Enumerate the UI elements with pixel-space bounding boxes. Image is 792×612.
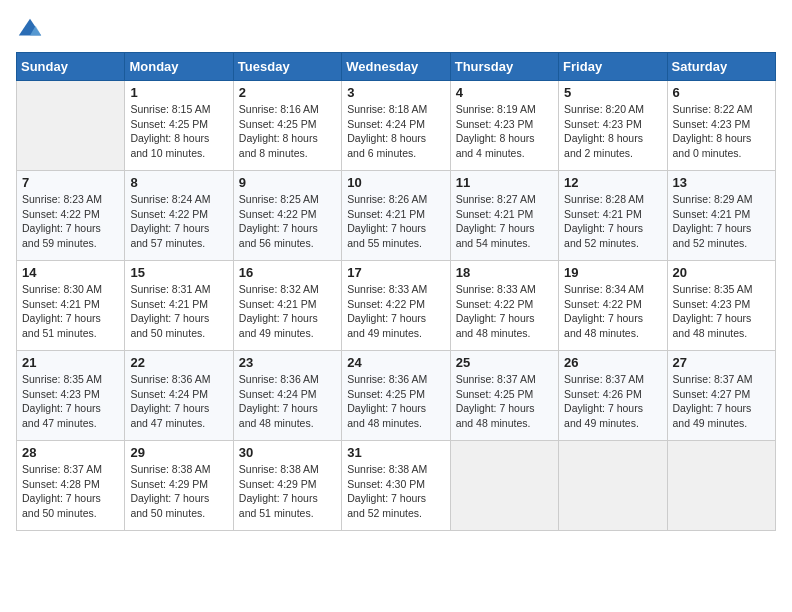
calendar-week-3: 14Sunrise: 8:30 AMSunset: 4:21 PMDayligh… xyxy=(17,261,776,351)
day-info: Sunrise: 8:32 AMSunset: 4:21 PMDaylight:… xyxy=(239,282,336,341)
calendar-cell: 12Sunrise: 8:28 AMSunset: 4:21 PMDayligh… xyxy=(559,171,667,261)
day-info: Sunrise: 8:36 AMSunset: 4:25 PMDaylight:… xyxy=(347,372,444,431)
day-info: Sunrise: 8:24 AMSunset: 4:22 PMDaylight:… xyxy=(130,192,227,251)
day-header-monday: Monday xyxy=(125,53,233,81)
day-info: Sunrise: 8:38 AMSunset: 4:29 PMDaylight:… xyxy=(239,462,336,521)
day-number: 18 xyxy=(456,265,553,280)
day-info: Sunrise: 8:35 AMSunset: 4:23 PMDaylight:… xyxy=(673,282,770,341)
calendar-cell: 5Sunrise: 8:20 AMSunset: 4:23 PMDaylight… xyxy=(559,81,667,171)
day-info: Sunrise: 8:36 AMSunset: 4:24 PMDaylight:… xyxy=(239,372,336,431)
day-number: 12 xyxy=(564,175,661,190)
day-header-wednesday: Wednesday xyxy=(342,53,450,81)
calendar-cell: 3Sunrise: 8:18 AMSunset: 4:24 PMDaylight… xyxy=(342,81,450,171)
day-number: 27 xyxy=(673,355,770,370)
calendar-cell: 18Sunrise: 8:33 AMSunset: 4:22 PMDayligh… xyxy=(450,261,558,351)
calendar-cell: 19Sunrise: 8:34 AMSunset: 4:22 PMDayligh… xyxy=(559,261,667,351)
day-number: 13 xyxy=(673,175,770,190)
day-number: 31 xyxy=(347,445,444,460)
day-number: 25 xyxy=(456,355,553,370)
day-info: Sunrise: 8:23 AMSunset: 4:22 PMDaylight:… xyxy=(22,192,119,251)
calendar-cell: 29Sunrise: 8:38 AMSunset: 4:29 PMDayligh… xyxy=(125,441,233,531)
calendar-cell xyxy=(450,441,558,531)
day-number: 7 xyxy=(22,175,119,190)
day-info: Sunrise: 8:38 AMSunset: 4:30 PMDaylight:… xyxy=(347,462,444,521)
day-number: 16 xyxy=(239,265,336,280)
day-header-sunday: Sunday xyxy=(17,53,125,81)
calendar-cell xyxy=(17,81,125,171)
day-number: 30 xyxy=(239,445,336,460)
calendar-cell: 21Sunrise: 8:35 AMSunset: 4:23 PMDayligh… xyxy=(17,351,125,441)
day-info: Sunrise: 8:37 AMSunset: 4:26 PMDaylight:… xyxy=(564,372,661,431)
calendar-week-1: 1Sunrise: 8:15 AMSunset: 4:25 PMDaylight… xyxy=(17,81,776,171)
calendar-cell: 23Sunrise: 8:36 AMSunset: 4:24 PMDayligh… xyxy=(233,351,341,441)
calendar-cell: 6Sunrise: 8:22 AMSunset: 4:23 PMDaylight… xyxy=(667,81,775,171)
day-info: Sunrise: 8:38 AMSunset: 4:29 PMDaylight:… xyxy=(130,462,227,521)
logo-icon xyxy=(16,16,44,44)
day-number: 28 xyxy=(22,445,119,460)
calendar-header: SundayMondayTuesdayWednesdayThursdayFrid… xyxy=(17,53,776,81)
calendar-cell: 7Sunrise: 8:23 AMSunset: 4:22 PMDaylight… xyxy=(17,171,125,261)
page-header xyxy=(16,16,776,44)
day-info: Sunrise: 8:36 AMSunset: 4:24 PMDaylight:… xyxy=(130,372,227,431)
day-info: Sunrise: 8:19 AMSunset: 4:23 PMDaylight:… xyxy=(456,102,553,161)
day-number: 17 xyxy=(347,265,444,280)
calendar-cell: 10Sunrise: 8:26 AMSunset: 4:21 PMDayligh… xyxy=(342,171,450,261)
day-info: Sunrise: 8:29 AMSunset: 4:21 PMDaylight:… xyxy=(673,192,770,251)
day-info: Sunrise: 8:28 AMSunset: 4:21 PMDaylight:… xyxy=(564,192,661,251)
calendar-week-4: 21Sunrise: 8:35 AMSunset: 4:23 PMDayligh… xyxy=(17,351,776,441)
calendar-cell: 26Sunrise: 8:37 AMSunset: 4:26 PMDayligh… xyxy=(559,351,667,441)
day-info: Sunrise: 8:37 AMSunset: 4:27 PMDaylight:… xyxy=(673,372,770,431)
day-number: 21 xyxy=(22,355,119,370)
calendar-week-2: 7Sunrise: 8:23 AMSunset: 4:22 PMDaylight… xyxy=(17,171,776,261)
day-number: 11 xyxy=(456,175,553,190)
day-number: 3 xyxy=(347,85,444,100)
day-number: 6 xyxy=(673,85,770,100)
calendar-cell: 30Sunrise: 8:38 AMSunset: 4:29 PMDayligh… xyxy=(233,441,341,531)
calendar-cell xyxy=(667,441,775,531)
calendar-cell: 27Sunrise: 8:37 AMSunset: 4:27 PMDayligh… xyxy=(667,351,775,441)
calendar-cell: 25Sunrise: 8:37 AMSunset: 4:25 PMDayligh… xyxy=(450,351,558,441)
day-number: 19 xyxy=(564,265,661,280)
calendar-cell: 15Sunrise: 8:31 AMSunset: 4:21 PMDayligh… xyxy=(125,261,233,351)
day-number: 1 xyxy=(130,85,227,100)
day-info: Sunrise: 8:26 AMSunset: 4:21 PMDaylight:… xyxy=(347,192,444,251)
calendar-week-5: 28Sunrise: 8:37 AMSunset: 4:28 PMDayligh… xyxy=(17,441,776,531)
calendar-cell: 13Sunrise: 8:29 AMSunset: 4:21 PMDayligh… xyxy=(667,171,775,261)
day-info: Sunrise: 8:35 AMSunset: 4:23 PMDaylight:… xyxy=(22,372,119,431)
calendar-cell: 2Sunrise: 8:16 AMSunset: 4:25 PMDaylight… xyxy=(233,81,341,171)
calendar-cell: 17Sunrise: 8:33 AMSunset: 4:22 PMDayligh… xyxy=(342,261,450,351)
day-headers-row: SundayMondayTuesdayWednesdayThursdayFrid… xyxy=(17,53,776,81)
day-number: 14 xyxy=(22,265,119,280)
day-number: 5 xyxy=(564,85,661,100)
day-info: Sunrise: 8:15 AMSunset: 4:25 PMDaylight:… xyxy=(130,102,227,161)
calendar-cell: 9Sunrise: 8:25 AMSunset: 4:22 PMDaylight… xyxy=(233,171,341,261)
calendar-cell xyxy=(559,441,667,531)
calendar-cell: 24Sunrise: 8:36 AMSunset: 4:25 PMDayligh… xyxy=(342,351,450,441)
day-number: 22 xyxy=(130,355,227,370)
day-info: Sunrise: 8:37 AMSunset: 4:28 PMDaylight:… xyxy=(22,462,119,521)
day-info: Sunrise: 8:20 AMSunset: 4:23 PMDaylight:… xyxy=(564,102,661,161)
day-number: 10 xyxy=(347,175,444,190)
day-info: Sunrise: 8:18 AMSunset: 4:24 PMDaylight:… xyxy=(347,102,444,161)
calendar-cell: 22Sunrise: 8:36 AMSunset: 4:24 PMDayligh… xyxy=(125,351,233,441)
day-info: Sunrise: 8:25 AMSunset: 4:22 PMDaylight:… xyxy=(239,192,336,251)
day-info: Sunrise: 8:37 AMSunset: 4:25 PMDaylight:… xyxy=(456,372,553,431)
calendar-cell: 28Sunrise: 8:37 AMSunset: 4:28 PMDayligh… xyxy=(17,441,125,531)
day-number: 24 xyxy=(347,355,444,370)
calendar-cell: 20Sunrise: 8:35 AMSunset: 4:23 PMDayligh… xyxy=(667,261,775,351)
calendar-cell: 16Sunrise: 8:32 AMSunset: 4:21 PMDayligh… xyxy=(233,261,341,351)
day-number: 2 xyxy=(239,85,336,100)
calendar-cell: 11Sunrise: 8:27 AMSunset: 4:21 PMDayligh… xyxy=(450,171,558,261)
day-info: Sunrise: 8:30 AMSunset: 4:21 PMDaylight:… xyxy=(22,282,119,341)
calendar-body: 1Sunrise: 8:15 AMSunset: 4:25 PMDaylight… xyxy=(17,81,776,531)
day-number: 23 xyxy=(239,355,336,370)
calendar-cell: 1Sunrise: 8:15 AMSunset: 4:25 PMDaylight… xyxy=(125,81,233,171)
day-header-thursday: Thursday xyxy=(450,53,558,81)
day-number: 15 xyxy=(130,265,227,280)
day-info: Sunrise: 8:22 AMSunset: 4:23 PMDaylight:… xyxy=(673,102,770,161)
day-info: Sunrise: 8:31 AMSunset: 4:21 PMDaylight:… xyxy=(130,282,227,341)
day-number: 4 xyxy=(456,85,553,100)
day-info: Sunrise: 8:16 AMSunset: 4:25 PMDaylight:… xyxy=(239,102,336,161)
calendar-cell: 31Sunrise: 8:38 AMSunset: 4:30 PMDayligh… xyxy=(342,441,450,531)
logo xyxy=(16,16,48,44)
